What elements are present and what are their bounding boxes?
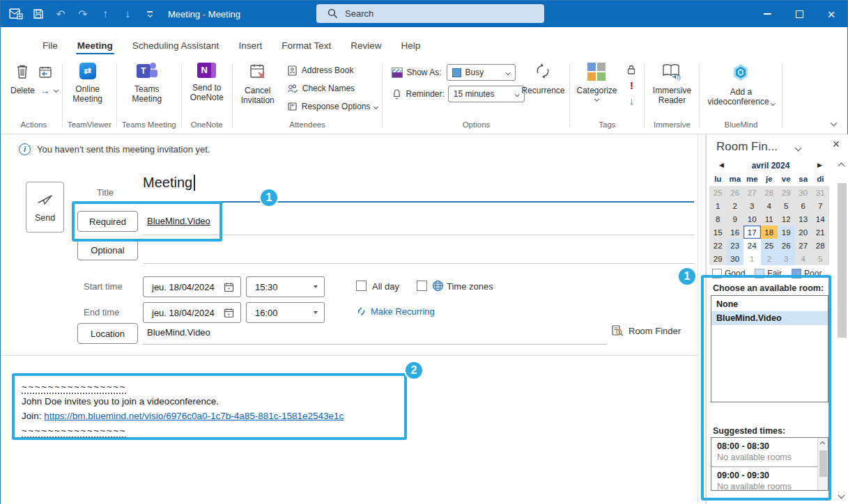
calendar-day[interactable]: 4 xyxy=(761,199,778,212)
customize-quick-access-button[interactable] xyxy=(139,11,161,17)
date-picker-icon[interactable] xyxy=(224,308,234,318)
location-value[interactable]: BlueMind.Video xyxy=(147,327,210,338)
minimize-button[interactable] xyxy=(751,1,783,27)
low-importance-icon[interactable]: ↓ xyxy=(629,95,635,106)
calendar-day[interactable]: 28 xyxy=(761,186,778,199)
end-time-input[interactable]: 16:00 xyxy=(246,302,325,323)
scroll-up-icon[interactable] xyxy=(838,163,845,170)
calendar-day[interactable]: 29 xyxy=(778,186,795,199)
suggested-time[interactable]: 08:00 - 08:30No available rooms xyxy=(711,438,817,466)
add-videoconference-button[interactable]: Add a videoconference xyxy=(702,61,780,109)
calendar-day[interactable]: 28 xyxy=(812,239,829,252)
categorize-button[interactable]: Categorize xyxy=(572,61,621,102)
calendar-day[interactable]: 27 xyxy=(743,186,761,199)
calendar-day[interactable]: 6 xyxy=(795,199,812,212)
dropdown-arrow-icon[interactable] xyxy=(314,311,318,314)
calendar-day[interactable]: 4 xyxy=(795,252,812,265)
required-attendee[interactable]: BlueMind.Video xyxy=(147,216,210,226)
required-button[interactable]: Required xyxy=(77,211,138,232)
suggestions-scrollbar[interactable] xyxy=(817,438,828,490)
calendar-day[interactable]: 10 xyxy=(743,212,761,226)
calendar-next-icon[interactable]: ▶ xyxy=(817,162,822,168)
room-option[interactable]: BlueMind.Video xyxy=(711,311,828,325)
save-button[interactable] xyxy=(27,8,49,19)
high-importance-icon[interactable]: ! xyxy=(630,80,633,90)
undo-button[interactable]: ↶ xyxy=(49,8,72,21)
all-day-checkbox[interactable] xyxy=(356,281,367,291)
search-bar[interactable] xyxy=(316,4,544,23)
calendar-day[interactable]: 27 xyxy=(795,239,812,252)
calendar-day[interactable]: 16 xyxy=(727,226,744,239)
scrollbar-thumb[interactable] xyxy=(838,183,847,338)
location-button[interactable]: Location xyxy=(77,323,138,344)
maximize-button[interactable] xyxy=(783,1,815,27)
time-zones-checkbox[interactable] xyxy=(417,281,427,291)
calendar-day[interactable]: 29 xyxy=(709,252,727,265)
calendar-day[interactable]: 20 xyxy=(795,226,812,239)
scroll-down-icon[interactable] xyxy=(838,492,845,499)
panel-scrollbar[interactable] xyxy=(835,158,848,504)
calendar-day[interactable]: 12 xyxy=(778,212,795,226)
calendar-day[interactable]: 25 xyxy=(709,186,727,199)
calendar-day[interactable]: 24 xyxy=(743,239,761,252)
response-options-button[interactable]: Response Options xyxy=(285,99,380,114)
calendar-day[interactable]: 26 xyxy=(778,239,795,252)
panel-close-icon[interactable]: × xyxy=(828,137,845,152)
tab-review[interactable]: Review xyxy=(341,36,391,57)
end-date-input[interactable]: jeu. 18/04/2024 xyxy=(143,302,241,323)
suggested-time[interactable]: 09:00 - 09:30No available rooms xyxy=(711,467,817,491)
close-button[interactable]: × xyxy=(815,1,847,27)
check-names-button[interactable]: Check Names xyxy=(285,81,380,96)
redo-button[interactable]: ↷ xyxy=(72,8,94,21)
immersive-reader-button[interactable]: Immersive Reader xyxy=(647,61,697,107)
panel-collapse-icon[interactable] xyxy=(795,145,802,152)
tab-help[interactable]: Help xyxy=(391,36,430,57)
recurrence-button[interactable]: Recurrence xyxy=(518,60,567,97)
calendar-day[interactable]: 19 xyxy=(778,226,795,239)
forward-button[interactable]: → xyxy=(38,82,60,97)
calendar-day[interactable]: 9 xyxy=(727,212,744,226)
move-down-button[interactable]: ↓ xyxy=(116,8,139,20)
start-time-input[interactable]: 15:30 xyxy=(246,276,325,297)
videoconference-link[interactable]: https://bm.bluemind.net/visio/6976c0a0-1… xyxy=(44,411,344,421)
calendar-day[interactable]: 22 xyxy=(709,239,727,252)
date-picker-icon[interactable] xyxy=(224,282,234,292)
calendar-day[interactable]: 5 xyxy=(778,199,795,212)
tab-meeting[interactable]: Meeting xyxy=(68,36,123,57)
calendar-day[interactable]: 5 xyxy=(812,252,829,265)
make-recurring-link[interactable]: Make Recurring xyxy=(356,306,435,317)
room-option[interactable]: None xyxy=(711,297,828,311)
send-button[interactable]: Send xyxy=(26,182,64,233)
calendar-day[interactable]: 15 xyxy=(709,226,727,239)
tab-insert[interactable]: Insert xyxy=(229,36,272,57)
calendar-day[interactable]: 23 xyxy=(727,239,744,252)
calendar-day[interactable]: 3 xyxy=(743,199,761,212)
address-book-button[interactable]: Address Book xyxy=(285,63,380,78)
title-input[interactable]: Meeting xyxy=(143,175,195,191)
calendar-day[interactable]: 2 xyxy=(727,199,744,212)
message-body[interactable]: ~~~~~~~~~~~~~~~~ John Doe invites you to… xyxy=(12,373,407,440)
cancel-invitation-button[interactable]: Cancel Invitation xyxy=(235,61,281,107)
show-as-select[interactable]: Busy xyxy=(447,64,516,81)
dropdown-arrow-icon[interactable] xyxy=(314,285,318,288)
move-up-button[interactable]: ↑ xyxy=(94,8,116,20)
calendar-day[interactable]: 14 xyxy=(812,212,829,226)
send-to-onenote-button[interactable]: N Send to OneNote xyxy=(184,61,230,104)
calendar-day[interactable]: 21 xyxy=(812,226,829,239)
calendar-day[interactable]: 18 xyxy=(761,226,778,239)
calendar-day[interactable]: 7 xyxy=(812,199,829,212)
calendar-day[interactable]: 1 xyxy=(743,252,761,265)
calendar-day[interactable]: 31 xyxy=(812,186,829,199)
optional-button[interactable]: Optional xyxy=(77,239,138,260)
calendar-day[interactable]: 26 xyxy=(727,186,744,199)
reminder-select[interactable]: 15 minutes xyxy=(448,86,525,102)
calendar-day[interactable]: 2 xyxy=(761,252,778,265)
calendar-day[interactable]: 30 xyxy=(727,252,744,265)
search-input[interactable] xyxy=(345,8,512,19)
calendar-day[interactable]: 13 xyxy=(795,212,812,226)
tab-scheduling-assistant[interactable]: Scheduling Assistant xyxy=(123,36,229,57)
calendar-day[interactable]: 11 xyxy=(761,212,778,226)
calendar-day[interactable]: 25 xyxy=(761,239,778,252)
forward-meeting-icon[interactable] xyxy=(38,65,60,79)
calendar-day[interactable]: 3 xyxy=(778,252,795,265)
